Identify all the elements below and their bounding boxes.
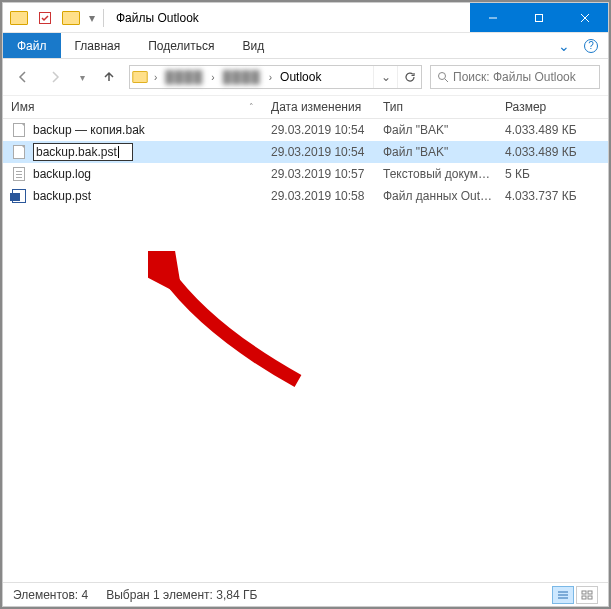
qat-properties-icon[interactable] — [33, 7, 57, 29]
blank-file-icon — [11, 144, 27, 160]
file-row[interactable]: backup.pst29.03.2019 10:58Файл данных Ou… — [3, 185, 608, 207]
search-icon — [437, 71, 449, 83]
breadcrumb-segment-current[interactable]: Outlook — [276, 66, 325, 88]
ribbon-help-icon[interactable]: ? — [584, 39, 598, 53]
qat-newfolder-icon[interactable] — [59, 7, 83, 29]
file-type: Текстовый докум… — [375, 163, 497, 185]
file-size: 5 КБ — [497, 163, 608, 185]
close-button[interactable] — [562, 3, 608, 32]
breadcrumb-segment-obscured[interactable]: ████ — [161, 66, 207, 88]
file-type: Файл данных Out… — [375, 185, 497, 207]
minimize-button[interactable] — [470, 3, 516, 32]
file-size: 4.033.489 КБ — [497, 119, 608, 141]
file-date: 29.03.2019 10:54 — [263, 141, 375, 163]
search-input[interactable]: Поиск: Файлы Outlook — [430, 65, 600, 89]
ribbon-expand-icon[interactable]: ⌄ — [558, 38, 570, 54]
file-date: 29.03.2019 10:58 — [263, 185, 375, 207]
breadcrumb-chevron-icon[interactable]: › — [150, 72, 161, 83]
view-thumbnails-button[interactable] — [576, 586, 598, 604]
nav-recent-dropdown[interactable]: ▾ — [75, 65, 89, 89]
file-list[interactable]: backup — копия.bak29.03.2019 10:54Файл "… — [3, 119, 608, 582]
file-date: 29.03.2019 10:57 — [263, 163, 375, 185]
nav-back-button[interactable] — [11, 65, 35, 89]
file-name: backup.log — [33, 167, 91, 181]
ribbon-tab-home[interactable]: Главная — [61, 33, 135, 58]
file-type: Файл "BAK" — [375, 141, 497, 163]
svg-rect-2 — [536, 14, 543, 21]
breadcrumb-chevron-icon[interactable]: › — [207, 72, 218, 83]
file-row[interactable]: backup.log29.03.2019 10:57Текстовый доку… — [3, 163, 608, 185]
column-header-size[interactable]: Размер — [497, 96, 608, 118]
file-name: backup — копия.bak — [33, 123, 145, 137]
sort-indicator-icon: ˄ — [249, 102, 254, 112]
window-title: Файлы Outlook — [106, 3, 470, 32]
rename-input[interactable]: backup.bak.pst — [33, 143, 133, 161]
nav-up-button[interactable] — [97, 65, 121, 89]
address-folder-icon — [130, 70, 150, 84]
ribbon-tab-share[interactable]: Поделиться — [134, 33, 228, 58]
blank-file-icon — [11, 122, 27, 138]
file-row[interactable]: backup — копия.bak29.03.2019 10:54Файл "… — [3, 119, 608, 141]
ribbon-tab-file[interactable]: Файл — [3, 33, 61, 58]
search-placeholder: Поиск: Файлы Outlook — [453, 70, 576, 84]
nav-forward-button[interactable] — [43, 65, 67, 89]
column-header-type[interactable]: Тип — [375, 96, 497, 118]
svg-rect-13 — [588, 596, 592, 599]
qat-folder-icon[interactable] — [7, 7, 31, 29]
address-dropdown-button[interactable]: ⌄ — [373, 66, 397, 88]
view-details-button[interactable] — [552, 586, 574, 604]
breadcrumb-chevron-icon[interactable]: › — [265, 72, 276, 83]
svg-rect-12 — [582, 596, 586, 599]
svg-line-6 — [445, 79, 448, 82]
file-size: 4.033.737 КБ — [497, 185, 608, 207]
maximize-button[interactable] — [516, 3, 562, 32]
address-bar[interactable]: › ████ › ████ › Outlook ⌄ — [129, 65, 422, 89]
file-name: backup.pst — [33, 189, 91, 203]
file-size: 4.033.489 КБ — [497, 141, 608, 163]
file-date: 29.03.2019 10:54 — [263, 119, 375, 141]
column-header-name[interactable]: Имя ˄ — [3, 96, 263, 118]
qat-customize-icon[interactable]: ▾ — [85, 7, 99, 29]
column-header-date[interactable]: Дата изменения — [263, 96, 375, 118]
svg-rect-11 — [588, 591, 592, 594]
txt-file-icon — [11, 166, 27, 182]
breadcrumb-segment-obscured[interactable]: ████ — [219, 66, 265, 88]
file-type: Файл "BAK" — [375, 119, 497, 141]
svg-point-5 — [439, 73, 446, 80]
annotation-arrow — [148, 251, 308, 391]
status-count: Элементов: 4 — [13, 588, 88, 602]
status-selection: Выбран 1 элемент: 3,84 ГБ — [106, 588, 257, 602]
address-refresh-button[interactable] — [397, 66, 421, 88]
ribbon-tab-view[interactable]: Вид — [228, 33, 278, 58]
svg-rect-10 — [582, 591, 586, 594]
file-row[interactable]: backup.bak.pst29.03.2019 10:54Файл "BAK"… — [3, 141, 608, 163]
pst-file-icon — [11, 188, 27, 204]
